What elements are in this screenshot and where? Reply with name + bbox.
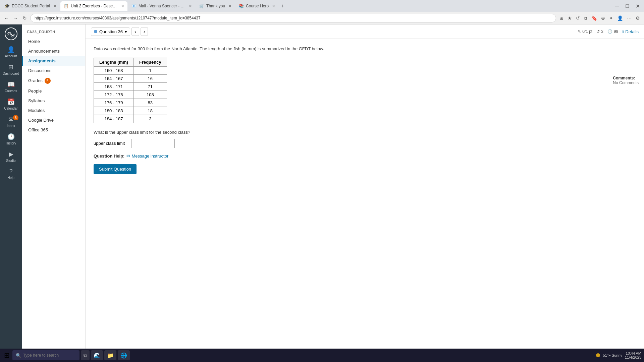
bookmark-button[interactable]: 🔖 xyxy=(590,14,598,22)
refresh-button[interactable]: ↺ xyxy=(575,14,581,22)
cell-frequency: 18 xyxy=(133,107,167,115)
nav-item-modules[interactable]: Modules xyxy=(22,106,85,115)
prev-question-button[interactable]: ‹ xyxy=(131,27,139,36)
edge-taskbar-button[interactable]: 🌊 xyxy=(91,350,103,360)
tab-tab3[interactable]: 📧 Mail - Venna Spencer - Outlook ✕ xyxy=(128,1,195,11)
revisit-icon: ↺ xyxy=(596,29,600,34)
sidebar-item-account[interactable]: 👤 Account xyxy=(0,43,22,61)
question-icon: 🕐 xyxy=(607,29,612,34)
calendar-icon: 📅 xyxy=(7,98,15,106)
sidebar-item-studio[interactable]: ▶ Studio xyxy=(0,148,22,165)
tab-close[interactable]: ✕ xyxy=(189,4,192,8)
cell-lengths: 160 - 163 xyxy=(94,66,134,74)
settings-button[interactable]: ⚙ xyxy=(634,14,641,22)
browser-chrome: 🎓 EGCC Student Portal ✕📋 Unit 2 Exercise… xyxy=(0,0,644,24)
minimize-button[interactable]: ─ xyxy=(612,2,622,10)
nav-item-discussions[interactable]: Discussions xyxy=(22,66,85,75)
courses-icon: 📖 xyxy=(7,81,15,88)
sidebar-item-label: Help xyxy=(7,176,14,180)
profile-button[interactable]: 👤 xyxy=(616,14,624,22)
score-edit-icon: ✎ xyxy=(578,29,581,34)
sidebar-item-history[interactable]: 🕐 History xyxy=(0,130,22,148)
cell-lengths: 180 - 183 xyxy=(94,107,134,115)
tab-close[interactable]: ✕ xyxy=(53,4,56,8)
main-content: Question 36 ▾ ‹ › ✎ 0/1 pt ↺ 3 🕐 99 xyxy=(86,24,644,362)
tab-label: Course Hero xyxy=(246,4,269,8)
account-icon: 👤 xyxy=(7,46,15,53)
sub-question-text: What is the upper class limit for the se… xyxy=(94,130,636,135)
details-button[interactable]: ℹ Details xyxy=(622,29,639,34)
tab-close[interactable]: ✕ xyxy=(272,4,275,8)
nav-badge: 5 xyxy=(45,78,51,84)
revisit-count: 3 xyxy=(601,29,603,34)
nav-item-announcements[interactable]: Announcements xyxy=(22,46,85,56)
help-icon: ? xyxy=(9,168,12,175)
cell-frequency: 1 xyxy=(133,66,167,74)
tab-favicon: 📧 xyxy=(131,4,137,8)
nav-item-home[interactable]: Home xyxy=(22,37,85,46)
collections-button[interactable]: ⊕ xyxy=(600,14,606,22)
files-icon: 📁 xyxy=(107,352,114,359)
tab-label: Mail - Venna Spencer - Outlook xyxy=(139,4,185,8)
clock: 10:44 AM 11/4/2023 xyxy=(625,351,641,359)
weather-icon xyxy=(596,353,600,357)
taskbar-search-input[interactable] xyxy=(23,353,70,358)
extensions-button[interactable]: ⊞ xyxy=(558,14,565,22)
start-button[interactable]: ⊞ xyxy=(3,350,11,361)
sidebar-item-dashboard[interactable]: ⊞ Dashboard xyxy=(0,61,22,78)
taskbar-search[interactable]: 🔍 xyxy=(12,350,79,360)
submit-question-button[interactable]: Submit Question xyxy=(94,164,137,174)
sidebar-item-inbox[interactable]: ✉ Inbox 6 xyxy=(0,113,22,130)
edge-icon: 🌊 xyxy=(94,352,100,359)
weather-text: 51°F Sunny xyxy=(603,353,622,357)
copilot-button[interactable]: ✦ xyxy=(608,14,614,22)
nav-item-grades[interactable]: Grades5 xyxy=(22,75,85,86)
tab-tab5[interactable]: 📚 Course Hero ✕ xyxy=(235,1,278,11)
address-bar[interactable]: https://egcc.instructure.com/courses/403… xyxy=(30,14,556,22)
menu-button[interactable]: ⋯ xyxy=(626,14,633,22)
browser-toolbar-right: ⊞ ★ ↺ ⧉ 🔖 ⊕ ✦ 👤 ⋯ ⚙ xyxy=(558,14,641,22)
nav-item-syllabus[interactable]: Syllabus xyxy=(22,96,85,106)
studio-icon: ▶ xyxy=(9,150,13,158)
forward-button[interactable]: → xyxy=(12,14,19,22)
next-question-button[interactable]: › xyxy=(141,27,148,36)
tab-close[interactable]: ✕ xyxy=(228,4,231,8)
canvas-logo xyxy=(4,27,18,41)
nav-item-google_drive[interactable]: Google Drive xyxy=(22,115,85,125)
nav-item-people[interactable]: People xyxy=(22,86,85,96)
question-select[interactable]: Question 36 ▾ xyxy=(91,27,130,36)
nav-item-assignments[interactable]: Assignments xyxy=(22,56,85,66)
tab-bar: 🎓 EGCC Student Portal ✕📋 Unit 2 Exercise… xyxy=(0,0,644,12)
date-display: 11/4/2023 xyxy=(625,355,641,359)
cell-frequency: 3 xyxy=(133,115,167,123)
cell-lengths: 168 - 171 xyxy=(94,82,134,90)
tab-close[interactable]: ✕ xyxy=(121,4,124,8)
taskview-button[interactable]: ⧉ xyxy=(81,350,90,360)
cell-lengths: 184 - 187 xyxy=(94,115,134,123)
sidebar-item-calendar[interactable]: 📅 Calendar xyxy=(0,96,22,113)
favorites-button[interactable]: ★ xyxy=(566,14,573,22)
close-button[interactable]: ✕ xyxy=(633,2,643,11)
nav-item-office365[interactable]: Office 365 xyxy=(22,125,85,135)
app3-taskbar-button[interactable]: 🌐 xyxy=(118,350,130,360)
message-instructor-link[interactable]: ✉ Message instructor xyxy=(126,154,168,159)
tab-tab4[interactable]: 🛒 Thank you ✕ xyxy=(196,1,235,11)
sidebar-item-help[interactable]: ? Help xyxy=(0,165,22,182)
new-tab-button[interactable]: + xyxy=(279,3,286,9)
chevron-down-icon: ▾ xyxy=(125,29,127,34)
files-taskbar-button[interactable]: 📁 xyxy=(104,350,116,360)
sidebar-item-label: Calendar xyxy=(4,107,18,110)
answer-input[interactable] xyxy=(131,139,175,148)
reload-button[interactable]: ↻ xyxy=(21,14,28,22)
cell-lengths: 172 - 175 xyxy=(94,90,134,99)
sidebar-item-courses[interactable]: 📖 Courses xyxy=(0,78,22,96)
cell-lengths: 176 - 179 xyxy=(94,99,134,107)
tab-tab2[interactable]: 📋 Unit 2 Exercises - Describing Da... ✕ xyxy=(60,1,127,11)
inbox-icon: ✉ xyxy=(8,116,13,123)
sidebar-item-label: Inbox xyxy=(7,124,15,128)
tab-tab1[interactable]: 🎓 EGCC Student Portal ✕ xyxy=(1,1,60,11)
app3-icon: 🌐 xyxy=(120,352,127,359)
maximize-button[interactable]: □ xyxy=(623,2,632,10)
split-button[interactable]: ⧉ xyxy=(583,14,589,22)
back-button[interactable]: ← xyxy=(3,14,10,22)
